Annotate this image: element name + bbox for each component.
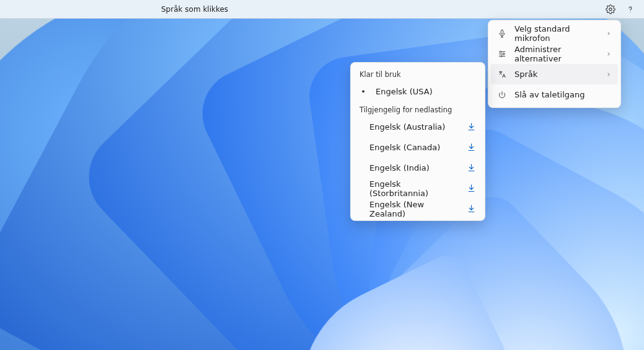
language-item-label: Engelsk (Australia) <box>359 122 461 132</box>
menu-item-label: Slå av taletilgang <box>514 90 612 99</box>
language-item-en-us[interactable]: • Engelsk (USA) <box>351 81 485 102</box>
download-icon[interactable] <box>467 204 476 213</box>
svg-rect-2 <box>501 30 503 34</box>
svg-point-1 <box>630 11 630 12</box>
svg-point-3 <box>500 51 501 52</box>
menu-item-language[interactable]: Språk <box>491 64 618 84</box>
bar-title: Språk som klikkes <box>161 5 228 14</box>
menu-item-turn-off-voice-access[interactable]: Slå av taletilgang <box>491 84 618 105</box>
settings-button[interactable] <box>602 2 619 17</box>
language-item-en-nz[interactable]: Engelsk (New Zealand) <box>351 199 485 219</box>
gear-icon <box>606 4 615 14</box>
menu-item-label: Velg standard mikrofon <box>514 24 598 43</box>
chevron-right-icon <box>606 30 612 37</box>
bar-right-controls <box>602 2 644 17</box>
help-button[interactable] <box>622 2 639 17</box>
language-item-label: Engelsk (India) <box>359 163 461 173</box>
chevron-right-icon <box>606 71 612 78</box>
download-icon[interactable] <box>467 163 476 173</box>
language-item-label: Engelsk (Storbritannia) <box>359 179 461 198</box>
download-icon[interactable] <box>467 122 476 132</box>
download-icon[interactable] <box>467 143 476 152</box>
language-item-en-ca[interactable]: Engelsk (Canada) <box>351 137 485 158</box>
language-item-en-in[interactable]: Engelsk (India) <box>351 158 485 178</box>
language-item-label: Engelsk (New Zealand) <box>359 200 461 218</box>
selected-bullet-icon: • <box>359 87 367 96</box>
svg-point-5 <box>501 55 502 56</box>
language-item-label: Engelsk (USA) <box>373 87 476 96</box>
voice-access-bar: Språk som klikkes <box>0 0 644 19</box>
section-download-header: Tilgjengelig for nedlasting <box>351 102 485 117</box>
language-item-en-au[interactable]: Engelsk (Australia) <box>351 117 485 137</box>
language-item-label: Engelsk (Canada) <box>359 143 461 152</box>
power-icon <box>497 90 507 100</box>
desktop: Språk som klikkes <box>0 0 644 350</box>
microphone-icon <box>497 29 507 38</box>
sliders-icon <box>497 49 507 59</box>
svg-point-0 <box>609 7 612 10</box>
settings-menu: Velg standard mikrofon Administrer alter… <box>488 20 621 108</box>
menu-item-default-microphone[interactable]: Velg standard mikrofon <box>491 23 618 43</box>
menu-item-label: Språk <box>514 70 598 79</box>
section-ready-header: Klar til bruk <box>351 66 485 81</box>
menu-item-label: Administrer alternativer <box>514 45 598 63</box>
chevron-right-icon <box>606 51 612 57</box>
help-icon <box>625 4 635 14</box>
language-item-en-gb[interactable]: Engelsk (Storbritannia) <box>351 178 485 199</box>
svg-point-4 <box>503 53 504 54</box>
menu-item-manage-options[interactable]: Administrer alternativer <box>491 43 618 64</box>
download-icon[interactable] <box>467 184 476 193</box>
language-submenu: Klar til bruk • Engelsk (USA) Tilgjengel… <box>350 62 485 221</box>
language-icon <box>497 70 507 79</box>
